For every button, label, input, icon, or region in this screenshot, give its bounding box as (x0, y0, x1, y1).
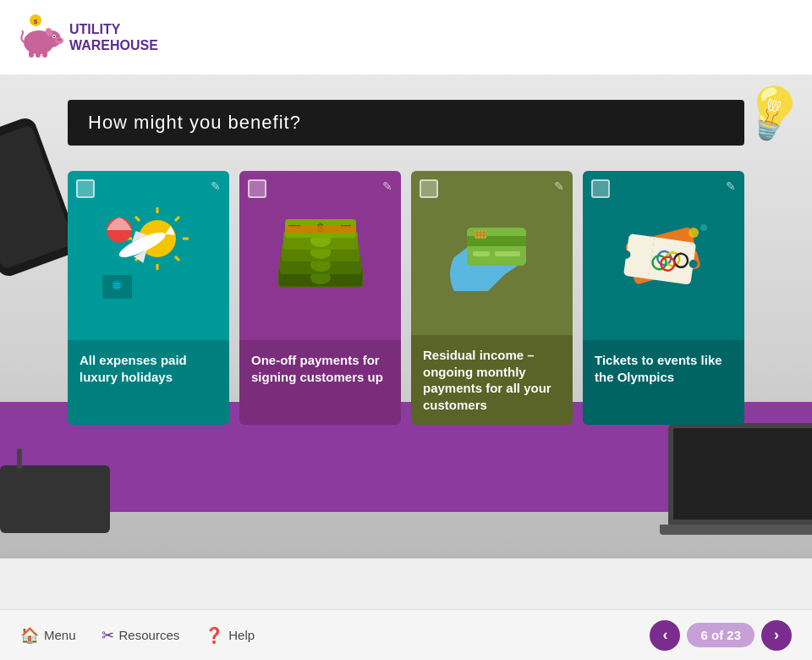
card-residual-link-icon: ✎ (554, 179, 564, 193)
scissors-icon: ✂ (102, 626, 114, 645)
footer-help-item[interactable]: ❓ Help (205, 626, 255, 645)
card-tickets-image: ✎ (583, 171, 744, 340)
card-tickets-text: Tickets to events like the Olympics (583, 340, 744, 425)
card-holidays-image: ✎ (68, 171, 229, 340)
svg-point-5 (58, 39, 59, 41)
page-indicator: 6 of 23 (687, 623, 754, 647)
decorative-bulb-icon: 💡 (733, 76, 810, 151)
svg-point-8 (53, 36, 55, 37)
card-payments-link-icon: ✎ (382, 179, 392, 193)
logo-text: UTILITY WAREHOUSE (69, 21, 158, 53)
holidays-svg-icon: 🌐 (94, 201, 204, 311)
page-title: How might you benefit? (88, 112, 724, 134)
next-page-button[interactable]: › (761, 620, 792, 651)
footer-menu-label: Menu (44, 628, 76, 642)
footer-resources-item[interactable]: ✂ Resources (102, 626, 180, 645)
svg-rect-11 (36, 51, 41, 58)
card-holidays-link-icon: ✎ (211, 179, 221, 193)
logo-pig-icon: $ (17, 14, 64, 61)
svg-rect-43 (285, 226, 356, 233)
credit-card-svg-icon (437, 206, 547, 300)
decorative-router (0, 465, 110, 533)
card-payments-checkbox[interactable] (248, 179, 266, 198)
svg-point-69 (700, 224, 707, 231)
header: $ UTILITY WAREHOUSE (0, 0, 812, 74)
card-payments-image: ✎ $ (239, 171, 401, 340)
card-residual[interactable]: ✎ (411, 171, 573, 425)
card-tickets[interactable]: ✎ (583, 171, 744, 425)
main-content: 💡 How might you benefit? ✎ (0, 74, 812, 558)
card-payments-text: One-off payments for signing customers u… (239, 340, 401, 425)
card-holidays-checkbox[interactable] (76, 179, 95, 198)
card-tickets-link-icon: ✎ (726, 179, 736, 193)
svg-rect-10 (29, 51, 34, 58)
card-residual-checkbox[interactable] (420, 179, 438, 198)
svg-rect-46 (473, 251, 490, 256)
card-holidays-text: All expenses paid luxury holidays (68, 340, 229, 425)
tickets-svg-icon (609, 209, 719, 302)
svg-rect-47 (495, 251, 520, 256)
svg-point-4 (55, 37, 63, 44)
title-bar: How might you benefit? (68, 100, 744, 146)
cards-container: ✎ (0, 171, 812, 425)
svg-line-20 (175, 217, 179, 221)
svg-text:$: $ (34, 18, 38, 25)
svg-point-6 (59, 39, 61, 41)
cash-stack-svg-icon: $ (270, 209, 371, 302)
prev-page-button[interactable]: ‹ (650, 620, 680, 651)
footer-nav: 🏠 Menu ✂ Resources ❓ Help (20, 626, 650, 645)
card-payments[interactable]: ✎ $ (239, 171, 401, 425)
footer-menu-item[interactable]: 🏠 Menu (20, 626, 76, 645)
svg-line-18 (135, 217, 140, 221)
svg-rect-12 (42, 51, 47, 58)
card-residual-image: ✎ (411, 171, 573, 335)
home-icon: 🏠 (20, 626, 39, 645)
card-holidays[interactable]: ✎ (68, 171, 229, 425)
question-icon: ❓ (205, 626, 223, 645)
footer-help-label: Help (228, 628, 255, 642)
svg-line-19 (175, 256, 179, 261)
svg-text:🌐: 🌐 (112, 282, 120, 289)
card-residual-text: Residual income – ongoing monthly paymen… (411, 335, 573, 425)
svg-point-68 (689, 228, 699, 238)
footer: 🏠 Menu ✂ Resources ❓ Help ‹ 6 of 23 › (0, 609, 812, 660)
footer-resources-label: Resources (119, 628, 180, 642)
card-tickets-checkbox[interactable] (591, 179, 610, 198)
pagination: ‹ 6 of 23 › (650, 620, 792, 651)
decorative-laptop (660, 423, 812, 558)
logo: $ UTILITY WAREHOUSE (17, 14, 158, 61)
